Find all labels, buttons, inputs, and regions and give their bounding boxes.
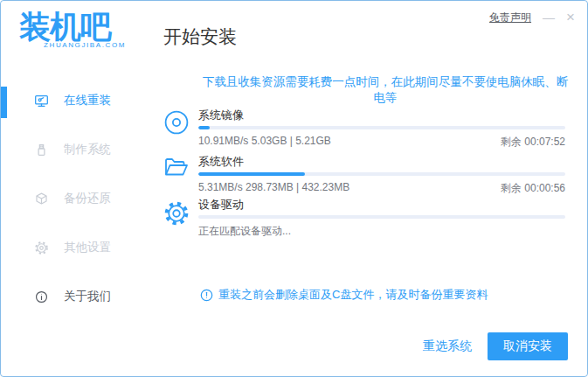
progress-fill <box>198 172 305 176</box>
folder-icon <box>163 156 190 179</box>
minimize-button[interactable]: — <box>543 10 555 25</box>
task-stats: 10.91MB/s 5.03GB | 5.21GB <box>198 135 331 150</box>
warning-circle-icon <box>200 289 213 302</box>
backup-warning-text: 重装之前会删除桌面及C盘文件，请及时备份重要资料 <box>218 287 488 303</box>
progress-bar <box>198 172 565 176</box>
progress-fill <box>198 126 210 129</box>
app-logo: 装机吧 ZHUANGJIBA.COM <box>19 10 126 49</box>
disclaimer-link[interactable]: 免责声明 <box>489 10 531 25</box>
task-remaining-time: 剩余 00:00:56 <box>501 181 565 196</box>
page-title: 开始安装 <box>163 24 237 49</box>
disc-icon <box>163 109 190 136</box>
app-logo-text: 装机吧 <box>19 10 126 45</box>
sidebar-item-label: 在线重装 <box>64 93 111 108</box>
backup-warning: 重装之前会删除桌面及C盘文件，请及时备份重要资料 <box>200 287 488 303</box>
titlebar-controls: 免责声明 — × <box>489 10 575 25</box>
close-button[interactable]: × <box>566 10 575 25</box>
monitor-reinstall-icon <box>34 94 49 108</box>
task-name: 设备驱动 <box>198 198 565 211</box>
download-notice: 下载且收集资源需要耗费一点时间，在此期间尽量不要使电脑休眠、断电等 <box>200 74 571 106</box>
task-status: 正在匹配设备驱动... <box>198 224 291 239</box>
progress-bar <box>198 126 565 129</box>
footer-actions: 重选系统 取消安装 <box>421 332 568 360</box>
task-system-image: 系统镜像 10.91MB/s 5.03GB | 5.21GB 剩余 00:07:… <box>198 108 565 150</box>
task-stats: 5.31MB/s 298.73MB | 432.23MB <box>198 181 349 196</box>
sidebar-item-other-settings[interactable]: 其他设置 <box>34 238 111 257</box>
sidebar-item-online-reinstall[interactable]: 在线重装 <box>34 91 111 110</box>
reselect-system-button[interactable]: 重选系统 <box>421 333 474 360</box>
sidebar-item-make-system[interactable]: 制作系统 <box>34 140 111 159</box>
task-remaining-time: 剩余 00:07:52 <box>501 135 565 150</box>
sidebar-item-label: 其他设置 <box>64 240 111 255</box>
sidebar-item-label: 制作系统 <box>64 142 111 157</box>
usb-drive-icon <box>34 143 49 157</box>
sidebar-item-label: 关于我们 <box>64 289 111 304</box>
sidebar-item-backup-restore[interactable]: 备份还原 <box>34 189 111 208</box>
installer-window: 装机吧 ZHUANGJIBA.COM 开始安装 免责声明 — × 在线重装 <box>0 0 588 377</box>
cancel-install-button[interactable]: 取消安装 <box>488 332 568 360</box>
task-system-software: 系统软件 5.31MB/s 298.73MB | 432.23MB 剩余 00:… <box>198 155 565 196</box>
gear-icon <box>34 241 49 255</box>
sidebar-item-label: 备份还原 <box>64 191 111 206</box>
gear-icon <box>163 200 190 227</box>
progress-bar <box>198 215 565 219</box>
sidebar-item-about-us[interactable]: 关于我们 <box>34 287 111 306</box>
task-device-driver: 设备驱动 正在匹配设备驱动... <box>198 198 565 239</box>
task-name: 系统镜像 <box>198 108 565 122</box>
info-icon <box>34 290 49 304</box>
task-name: 系统软件 <box>198 155 565 168</box>
sidebar-active-indicator <box>1 87 7 118</box>
backup-restore-icon <box>34 192 49 206</box>
